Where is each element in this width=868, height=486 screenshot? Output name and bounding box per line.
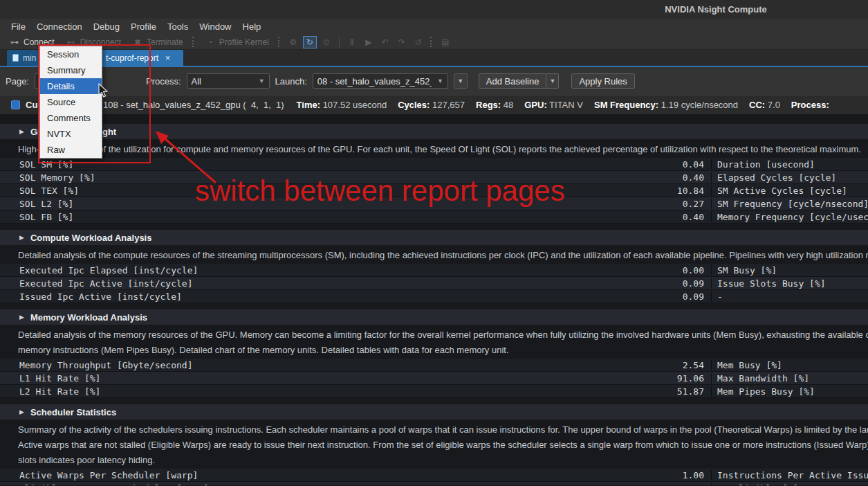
toolbar-separator — [339, 37, 340, 47]
metric-value: 2.54 — [477, 360, 711, 370]
auto-profile-icon[interactable]: ⚙ — [286, 36, 300, 48]
section-header[interactable]: ▶Memory Workload Analysis — [0, 309, 868, 325]
stat-regs: Regs: 48 — [476, 100, 513, 110]
table-row[interactable]: Issued Ipc Active [inst/cycle]0.09- — [0, 290, 868, 303]
page-menu-item-session[interactable]: Session — [40, 46, 102, 62]
menu-window[interactable]: Window — [194, 19, 237, 35]
metrics-table: SOL SM [%]0.04Duration [usecond]SOL Memo… — [0, 158, 868, 224]
table-row[interactable]: Active Warps Per Scheduler [warp]1.00Ins… — [0, 469, 868, 482]
table-row[interactable]: L2 Hit Rate [%]51.87Mem Pipes Busy [%] — [0, 385, 868, 398]
metric-name-2: SM Active Cycles [cycle] — [711, 186, 868, 196]
metric-name-2: Duration [usecond] — [711, 159, 868, 170]
section-description: High-level overview of the utilization f… — [0, 144, 868, 154]
table-row[interactable]: SOL TEX [%]10.84SM Active Cycles [cycle] — [0, 184, 868, 197]
profile-kernel-button[interactable]: ◔Profile Kernel — [200, 36, 274, 48]
section-header[interactable]: ▶Scheduler Statistics — [0, 404, 868, 420]
toolbar: ⊶Connect⊷Disconnect✖Terminate◔Profile Ke… — [0, 35, 868, 50]
step-in-icon[interactable]: ↶ — [378, 36, 392, 48]
resume-icon[interactable]: ▶ — [362, 36, 376, 48]
table-row[interactable]: SOL Memory [%]0.40Elapsed Cycles [cycle] — [0, 171, 868, 184]
add-baseline-button[interactable]: Add Baseline — [479, 73, 547, 89]
metric-name: SOL L2 [%] — [0, 199, 477, 209]
metric-name-2: Instructions Per Active Issue Slot [inst… — [711, 470, 868, 480]
profile-series-icon[interactable]: ⊙ — [320, 36, 333, 48]
metric-value: 91.06 — [477, 373, 711, 384]
page-menu-item-summary[interactable]: Summary — [40, 62, 102, 78]
pause-icon[interactable]: Ⅱ — [345, 36, 359, 48]
section-description: Active warps that are not stalled (Eligi… — [0, 440, 868, 450]
section-description: slots indicates poor latency hiding. — [0, 455, 868, 465]
profile-kernel-label: Profile Kernel — [219, 37, 269, 47]
menu-file[interactable]: File — [6, 19, 31, 35]
metric-name-2: Memory Frequency [cycle/usecond] — [711, 212, 868, 222]
stat-label: Time: — [297, 100, 320, 110]
kernel-name: 108 - set_halo_values_z_452_gpu ( 4, 1, … — [103, 100, 284, 110]
table-row[interactable]: SOL L2 [%]0.27SM Frequency [cycle/nsecon… — [0, 197, 868, 210]
section-header[interactable]: ▶Compute Workload Analysis — [0, 230, 868, 245]
metric-value: 10.84 — [477, 186, 711, 196]
launch-select[interactable]: 08 - set_halo_values_z_452_gpu ▼ — [313, 73, 448, 89]
process-select[interactable]: All ▼ — [187, 73, 270, 89]
page-menu-item-source[interactable]: Source — [40, 94, 102, 110]
metric-value: 0.00 — [477, 265, 711, 276]
current-color-swatch[interactable] — [11, 100, 20, 109]
table-row[interactable]: Eligible Warps Per Scheduler [warp]0.09N… — [0, 482, 868, 485]
table-row[interactable]: SOL FB [%]0.40Memory Frequency [cycle/us… — [0, 210, 868, 224]
expander-triangle-icon: ▶ — [19, 314, 24, 321]
metrics-table: Memory Throughput [Gbyte/second]2.54Mem … — [0, 359, 868, 398]
metric-name: Active Warps Per Scheduler [warp] — [0, 470, 477, 480]
add-baseline-label: Add Baseline — [486, 76, 539, 87]
api-stream-icon[interactable]: ↻ — [303, 36, 317, 48]
metric-name: SOL SM [%] — [0, 159, 477, 170]
metric-name: Eligible Warps Per Scheduler [warp] — [0, 483, 477, 486]
profile-kernel-icon: ◔ — [205, 37, 216, 47]
stat-sm-frequency: SM Frequency: 1.19 cycle/nsecond — [594, 100, 738, 110]
toolbar-grip — [192, 37, 194, 47]
menu-help[interactable]: Help — [237, 19, 267, 35]
stat-gpu: GPU: TITAN V — [524, 100, 583, 110]
section-header[interactable]: ▶GPU Speed Of Light — [0, 124, 868, 139]
metric-name-2: SM Busy [%] — [711, 265, 868, 276]
menu-tools[interactable]: Tools — [162, 19, 194, 35]
table-row[interactable]: L1 Hit Rate [%]91.06Max Bandwidth [%] — [0, 372, 868, 385]
page-menu-item-details[interactable]: Details — [40, 78, 102, 94]
table-row[interactable]: Executed Ipc Active [inst/cycle]0.09Issu… — [0, 277, 868, 290]
section-title: Compute Workload Analysis — [30, 233, 152, 243]
menubar: FileConnectionDebugProfileToolsWindowHel… — [0, 19, 868, 35]
report-content: ▶GPU Speed Of LightHigh-level overview o… — [0, 114, 868, 485]
apply-rules-button[interactable]: Apply Rules — [571, 73, 634, 89]
chevron-down-icon: ▼ — [253, 78, 265, 84]
section-description: Detailed analysis of the memory resource… — [0, 330, 868, 340]
add-baseline-dropdown-button[interactable]: ▼ — [546, 73, 559, 89]
metric-name: SOL Memory [%] — [0, 172, 477, 183]
menu-profile[interactable]: Profile — [125, 19, 162, 35]
freeze-api-icon[interactable]: ▤ — [438, 36, 452, 48]
page-menu-item-comments[interactable]: Comments — [40, 110, 102, 126]
table-row[interactable]: Memory Throughput [Gbyte/second]2.54Mem … — [0, 359, 868, 372]
stat-cycles: Cycles: 127,657 — [398, 100, 465, 110]
section-description: memory instructions (Mem Pipes Busy). De… — [0, 345, 868, 355]
report-document-icon — [12, 54, 19, 62]
section-scheduler-statistics: ▶Scheduler StatisticsSummary of the acti… — [0, 404, 868, 485]
stat-value: 48 — [501, 100, 513, 110]
page-menu-item-raw[interactable]: Raw — [40, 142, 102, 158]
menu-debug[interactable]: Debug — [88, 19, 125, 35]
close-icon[interactable]: × — [165, 53, 170, 63]
metric-name: L1 Hit Rate [%] — [0, 373, 477, 384]
metrics-table: Active Warps Per Scheduler [warp]1.00Ins… — [0, 469, 868, 485]
toolbar-grip — [278, 37, 280, 47]
step-out-icon[interactable]: ↺ — [412, 36, 425, 48]
menu-connection[interactable]: Connection — [31, 19, 88, 35]
terminate-button[interactable]: ✖Terminate — [127, 36, 188, 48]
window-title: NVIDIA Nsight Compute — [665, 4, 767, 15]
tab-t-cuprof-report[interactable]: t-cuprof-report× — [90, 50, 183, 66]
expander-triangle-icon: ▶ — [19, 234, 24, 241]
page-menu-item-nvtx[interactable]: NVTX — [40, 126, 102, 142]
stat-process: Process: — [791, 100, 829, 110]
step-over-icon[interactable]: ↷ — [395, 36, 409, 48]
table-row[interactable]: Executed Ipc Elapsed [inst/cycle]0.00SM … — [0, 264, 868, 277]
table-row[interactable]: SOL SM [%]0.04Duration [usecond] — [0, 158, 868, 171]
metric-name-2: Issue Slots Busy [%] — [711, 278, 868, 289]
launch-dropdown-button[interactable]: ▼ — [454, 73, 468, 89]
page-menu: SessionSummaryDetailsSourceCommentsNVTXR… — [39, 46, 102, 159]
